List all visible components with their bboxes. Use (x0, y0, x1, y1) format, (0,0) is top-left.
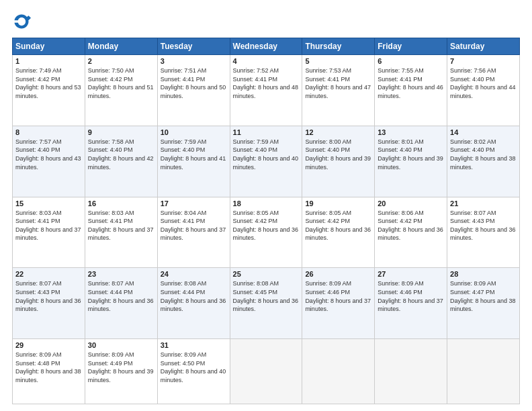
table-row (375, 339, 447, 404)
day-info: Sunrise: 7:59 AM Sunset: 4:40 PM Dayligh… (161, 138, 227, 171)
table-row: 20 Sunrise: 8:06 AM Sunset: 4:42 PM Dayl… (375, 197, 447, 268)
table-row (230, 339, 302, 404)
day-number: 9 (88, 128, 154, 136)
table-row: 25 Sunrise: 8:08 AM Sunset: 4:45 PM Dayl… (230, 268, 302, 339)
table-row (302, 339, 375, 404)
day-info: Sunrise: 8:03 AM Sunset: 4:41 PM Dayligh… (15, 209, 82, 242)
day-number: 12 (305, 128, 371, 136)
calendar-week-row: 15 Sunrise: 8:03 AM Sunset: 4:41 PM Dayl… (13, 197, 520, 268)
day-number: 26 (305, 270, 371, 278)
table-row: 22 Sunrise: 8:07 AM Sunset: 4:43 PM Dayl… (13, 268, 85, 339)
day-number: 22 (15, 270, 82, 278)
day-info: Sunrise: 7:51 AM Sunset: 4:41 PM Dayligh… (161, 66, 227, 100)
day-number: 14 (450, 128, 517, 136)
day-info: Sunrise: 8:08 AM Sunset: 4:44 PM Dayligh… (161, 279, 227, 313)
header-sunday: Sunday (13, 38, 85, 55)
table-row: 6 Sunrise: 7:55 AM Sunset: 4:41 PM Dayli… (375, 55, 447, 126)
table-row: 2 Sunrise: 7:50 AM Sunset: 4:42 PM Dayli… (85, 55, 157, 126)
table-row: 29 Sunrise: 8:09 AM Sunset: 4:48 PM Dayl… (13, 339, 85, 404)
header-tuesday: Tuesday (157, 38, 230, 55)
day-info: Sunrise: 8:07 AM Sunset: 4:44 PM Dayligh… (88, 279, 154, 313)
day-info: Sunrise: 8:09 AM Sunset: 4:46 PM Dayligh… (305, 279, 371, 313)
day-number: 16 (88, 199, 154, 208)
day-number: 2 (88, 57, 154, 65)
day-number: 30 (88, 341, 154, 349)
day-number: 21 (450, 199, 517, 208)
day-number: 8 (15, 128, 82, 136)
day-number: 23 (88, 270, 154, 278)
day-number: 29 (15, 341, 82, 349)
table-row: 11 Sunrise: 7:59 AM Sunset: 4:40 PM Dayl… (230, 126, 302, 197)
table-row: 8 Sunrise: 7:57 AM Sunset: 4:40 PM Dayli… (13, 126, 85, 197)
table-row: 13 Sunrise: 8:01 AM Sunset: 4:40 PM Dayl… (375, 126, 447, 197)
day-info: Sunrise: 8:07 AM Sunset: 4:43 PM Dayligh… (450, 209, 517, 242)
day-number: 7 (450, 57, 517, 65)
day-info: Sunrise: 7:59 AM Sunset: 4:40 PM Dayligh… (233, 138, 300, 171)
table-row: 27 Sunrise: 8:09 AM Sunset: 4:46 PM Dayl… (375, 268, 447, 339)
day-number: 6 (378, 57, 444, 65)
table-row: 18 Sunrise: 8:05 AM Sunset: 4:42 PM Dayl… (230, 197, 302, 268)
table-row: 23 Sunrise: 8:07 AM Sunset: 4:44 PM Dayl… (85, 268, 157, 339)
table-row: 24 Sunrise: 8:08 AM Sunset: 4:44 PM Dayl… (157, 268, 230, 339)
day-number: 25 (233, 270, 300, 278)
table-row: 21 Sunrise: 8:07 AM Sunset: 4:43 PM Dayl… (447, 197, 520, 268)
day-info: Sunrise: 8:07 AM Sunset: 4:43 PM Dayligh… (15, 279, 82, 313)
day-number: 3 (161, 57, 227, 65)
day-info: Sunrise: 8:09 AM Sunset: 4:49 PM Dayligh… (88, 351, 154, 384)
header-saturday: Saturday (447, 38, 520, 55)
calendar-table: Sunday Monday Tuesday Wednesday Thursday… (12, 38, 520, 404)
logo (12, 12, 34, 31)
table-row: 3 Sunrise: 7:51 AM Sunset: 4:41 PM Dayli… (157, 55, 230, 126)
calendar-week-row: 1 Sunrise: 7:49 AM Sunset: 4:42 PM Dayli… (13, 55, 520, 126)
day-number: 28 (450, 270, 517, 278)
table-row: 19 Sunrise: 8:05 AM Sunset: 4:42 PM Dayl… (302, 197, 375, 268)
header-wednesday: Wednesday (230, 38, 302, 55)
day-number: 31 (161, 341, 227, 349)
table-row: 26 Sunrise: 8:09 AM Sunset: 4:46 PM Dayl… (302, 268, 375, 339)
day-info: Sunrise: 8:09 AM Sunset: 4:48 PM Dayligh… (15, 351, 82, 384)
header-monday: Monday (85, 38, 157, 55)
table-row: 12 Sunrise: 8:00 AM Sunset: 4:40 PM Dayl… (302, 126, 375, 197)
calendar-week-row: 29 Sunrise: 8:09 AM Sunset: 4:48 PM Dayl… (13, 339, 520, 404)
day-info: Sunrise: 7:49 AM Sunset: 4:42 PM Dayligh… (15, 66, 82, 100)
table-row: 1 Sunrise: 7:49 AM Sunset: 4:42 PM Dayli… (13, 55, 85, 126)
day-number: 11 (233, 128, 300, 136)
calendar-week-row: 22 Sunrise: 8:07 AM Sunset: 4:43 PM Dayl… (13, 268, 520, 339)
day-info: Sunrise: 7:56 AM Sunset: 4:40 PM Dayligh… (450, 66, 517, 100)
day-info: Sunrise: 8:09 AM Sunset: 4:47 PM Dayligh… (450, 279, 517, 313)
day-number: 24 (161, 270, 227, 278)
calendar-week-row: 8 Sunrise: 7:57 AM Sunset: 4:40 PM Dayli… (13, 126, 520, 197)
header-thursday: Thursday (302, 38, 375, 55)
weekday-header-row: Sunday Monday Tuesday Wednesday Thursday… (13, 38, 520, 55)
table-row: 9 Sunrise: 7:58 AM Sunset: 4:40 PM Dayli… (85, 126, 157, 197)
day-info: Sunrise: 7:52 AM Sunset: 4:41 PM Dayligh… (233, 66, 300, 100)
logo-icon (12, 12, 31, 31)
day-info: Sunrise: 7:50 AM Sunset: 4:42 PM Dayligh… (88, 66, 154, 100)
day-number: 18 (233, 199, 300, 208)
day-info: Sunrise: 7:58 AM Sunset: 4:40 PM Dayligh… (88, 138, 154, 171)
day-info: Sunrise: 8:08 AM Sunset: 4:45 PM Dayligh… (233, 279, 300, 313)
day-info: Sunrise: 8:05 AM Sunset: 4:42 PM Dayligh… (305, 209, 371, 242)
table-row: 28 Sunrise: 8:09 AM Sunset: 4:47 PM Dayl… (447, 268, 520, 339)
table-row: 30 Sunrise: 8:09 AM Sunset: 4:49 PM Dayl… (85, 339, 157, 404)
table-row: 14 Sunrise: 8:02 AM Sunset: 4:40 PM Dayl… (447, 126, 520, 197)
day-number: 10 (161, 128, 227, 136)
day-info: Sunrise: 8:03 AM Sunset: 4:41 PM Dayligh… (88, 209, 154, 242)
table-row: 5 Sunrise: 7:53 AM Sunset: 4:41 PM Dayli… (302, 55, 375, 126)
day-info: Sunrise: 8:09 AM Sunset: 4:50 PM Dayligh… (161, 351, 227, 384)
page: Sunday Monday Tuesday Wednesday Thursday… (0, 0, 532, 411)
day-info: Sunrise: 7:55 AM Sunset: 4:41 PM Dayligh… (378, 66, 444, 100)
day-info: Sunrise: 8:09 AM Sunset: 4:46 PM Dayligh… (378, 279, 444, 313)
day-info: Sunrise: 8:05 AM Sunset: 4:42 PM Dayligh… (233, 209, 300, 242)
day-number: 17 (161, 199, 227, 208)
table-row: 16 Sunrise: 8:03 AM Sunset: 4:41 PM Dayl… (85, 197, 157, 268)
table-row: 10 Sunrise: 7:59 AM Sunset: 4:40 PM Dayl… (157, 126, 230, 197)
day-number: 1 (15, 57, 82, 65)
table-row: 31 Sunrise: 8:09 AM Sunset: 4:50 PM Dayl… (157, 339, 230, 404)
day-info: Sunrise: 7:53 AM Sunset: 4:41 PM Dayligh… (305, 66, 371, 100)
table-row (447, 339, 520, 404)
day-info: Sunrise: 8:04 AM Sunset: 4:41 PM Dayligh… (161, 209, 227, 242)
table-row: 15 Sunrise: 8:03 AM Sunset: 4:41 PM Dayl… (13, 197, 85, 268)
day-number: 19 (305, 199, 371, 208)
day-info: Sunrise: 7:57 AM Sunset: 4:40 PM Dayligh… (15, 138, 82, 171)
